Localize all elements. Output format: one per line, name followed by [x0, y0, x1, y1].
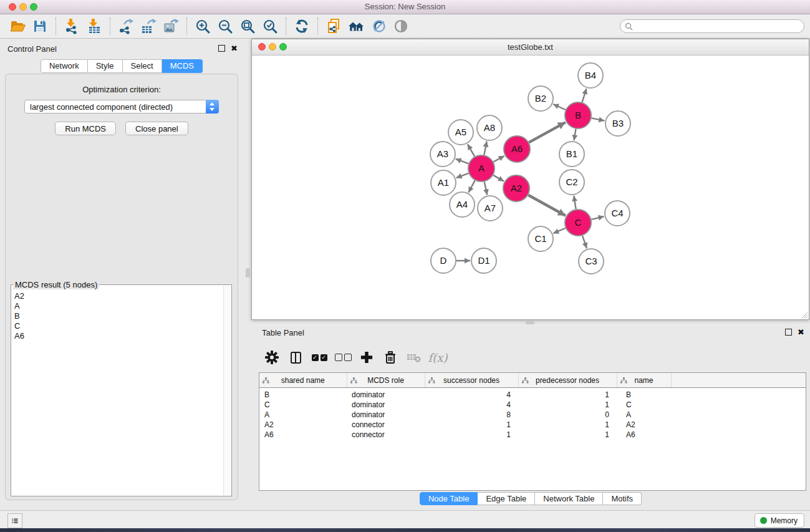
table-row[interactable]: Cdominator41C: [259, 400, 806, 410]
minimize-traffic-light[interactable]: [269, 43, 276, 51]
tab-node-table[interactable]: Node Table: [420, 492, 478, 505]
table-cell[interactable]: C: [259, 400, 347, 410]
criterion-select[interactable]: largest connected component (directed): [24, 100, 219, 114]
table-cell[interactable]: connector: [347, 420, 425, 430]
table-cell[interactable]: dominator: [347, 400, 425, 410]
table-cell[interactable]: C: [617, 400, 671, 410]
column-header[interactable]: successor nodes: [425, 373, 518, 388]
zoom-out-button[interactable]: [214, 16, 236, 37]
table-cell[interactable]: A2: [259, 420, 347, 430]
select-all-columns-button[interactable]: ✓✓: [307, 346, 331, 369]
mcds-result-item[interactable]: A6: [12, 331, 223, 341]
column-header[interactable]: MCDS role: [347, 373, 425, 388]
tab-network[interactable]: Network: [41, 59, 88, 73]
maximize-traffic-light[interactable]: [30, 3, 37, 11]
float-panel-icon[interactable]: [218, 45, 225, 52]
tab-style[interactable]: Style: [88, 59, 123, 73]
table-cell[interactable]: A: [617, 410, 671, 420]
show-graphics-button[interactable]: [390, 16, 412, 37]
horizontal-splitter-handle[interactable]: [526, 321, 534, 324]
zoom-selected-button[interactable]: [259, 16, 281, 37]
table-settings-button[interactable]: [260, 346, 284, 369]
zoom-in-button[interactable]: [191, 16, 214, 37]
mcds-result-item[interactable]: C: [12, 321, 223, 331]
table-cell[interactable]: A2: [617, 420, 671, 430]
table-row[interactable]: Bdominator41B: [259, 388, 806, 400]
search-input[interactable]: [635, 21, 804, 31]
table-cell[interactable]: 1: [425, 420, 518, 430]
table-cell[interactable]: dominator: [347, 388, 425, 400]
table-cell[interactable]: connector: [347, 430, 425, 440]
column-header[interactable]: predecessor nodes: [518, 373, 617, 388]
table-row[interactable]: A2connector11A2: [259, 420, 806, 430]
resize-grip-icon[interactable]: [799, 310, 808, 319]
tab-motifs[interactable]: Motifs: [603, 492, 642, 505]
zoom-fit-button[interactable]: [236, 16, 259, 37]
refresh-button[interactable]: [291, 16, 313, 37]
table-cell[interactable]: 1: [518, 430, 617, 440]
import-network-button[interactable]: [60, 16, 83, 37]
graph-edge-B-B2: [553, 104, 566, 110]
result-scrollbar[interactable]: [223, 286, 231, 495]
search-box[interactable]: [620, 19, 804, 33]
mcds-result-item[interactable]: A2: [12, 291, 223, 301]
minimize-traffic-light[interactable]: [19, 3, 27, 11]
import-table-button[interactable]: [83, 16, 105, 37]
export-network-button[interactable]: [115, 16, 137, 37]
export-image-button[interactable]: [160, 16, 182, 37]
mcds-result-item[interactable]: A: [12, 301, 223, 311]
network-graph[interactable]: AA1A2A3A4A5A6A7A8BB1B2B3B4CC1C2C3C4DD1: [252, 56, 809, 320]
export-table-button[interactable]: [137, 16, 160, 37]
network-canvas[interactable]: AA1A2A3A4A5A6A7A8BB1B2B3B4CC1C2C3C4DD1: [252, 56, 809, 319]
maximize-traffic-light[interactable]: [279, 43, 287, 51]
column-header[interactable]: shared name: [259, 373, 347, 388]
table-cell[interactable]: A: [259, 410, 347, 420]
table-cell[interactable]: 1: [518, 400, 617, 410]
table-cell[interactable]: 8: [425, 410, 518, 420]
table-cell[interactable]: 4: [425, 388, 518, 400]
table-cell[interactable]: 1: [425, 430, 518, 440]
close-traffic-light[interactable]: [9, 3, 16, 11]
add-column-button[interactable]: [355, 346, 378, 369]
delete-column-button[interactable]: [378, 346, 402, 369]
table-cell[interactable]: 4: [425, 400, 518, 410]
show-columns-button[interactable]: [284, 346, 307, 369]
hide-graphics-button[interactable]: [367, 16, 390, 37]
table-cell[interactable]: 1: [518, 388, 617, 400]
tab-network-table[interactable]: Network Table: [535, 492, 603, 505]
tab-mcds[interactable]: MCDS: [162, 59, 203, 73]
home-button[interactable]: [345, 16, 367, 37]
select-stepper-icon[interactable]: [206, 100, 219, 114]
vertical-splitter-handle[interactable]: [246, 268, 250, 278]
close-panel-button[interactable]: Close panel: [125, 122, 188, 135]
table-cell[interactable]: 1: [518, 420, 617, 430]
run-mcds-button[interactable]: Run MCDS: [55, 122, 116, 135]
column-header[interactable]: name: [617, 373, 671, 388]
close-traffic-light[interactable]: [258, 43, 266, 51]
close-panel-icon[interactable]: ✖: [231, 45, 238, 52]
graph-node-label: D: [440, 255, 447, 266]
node-table-container[interactable]: shared nameMCDS rolesuccessor nodesprede…: [259, 372, 806, 491]
close-panel-icon[interactable]: ✖: [798, 329, 804, 336]
delete-table-button[interactable]: [402, 346, 426, 369]
open-session-button[interactable]: [6, 16, 29, 37]
tab-select[interactable]: Select: [123, 59, 162, 73]
memory-button[interactable]: Memory: [755, 513, 804, 528]
table-cell[interactable]: B: [259, 388, 347, 400]
network-from-file-button[interactable]: [322, 16, 345, 37]
table-cell[interactable]: dominator: [347, 410, 425, 420]
table-row[interactable]: A6connector11A6: [259, 430, 806, 440]
mcds-result-item[interactable]: B: [12, 311, 223, 321]
function-builder-button[interactable]: f(x): [426, 346, 450, 369]
table-cell[interactable]: A6: [259, 430, 347, 440]
float-panel-icon[interactable]: [785, 329, 792, 336]
task-history-button[interactable]: [7, 513, 22, 528]
table-cell[interactable]: 0: [518, 410, 617, 420]
table-cell[interactable]: A6: [617, 430, 671, 440]
table-row[interactable]: Adominator80A: [259, 410, 806, 420]
save-session-button[interactable]: [29, 16, 51, 37]
network-file-icon: [325, 18, 342, 34]
table-cell[interactable]: B: [617, 388, 671, 400]
tab-edge-table[interactable]: Edge Table: [478, 492, 535, 505]
deselect-all-columns-button[interactable]: [331, 346, 355, 369]
